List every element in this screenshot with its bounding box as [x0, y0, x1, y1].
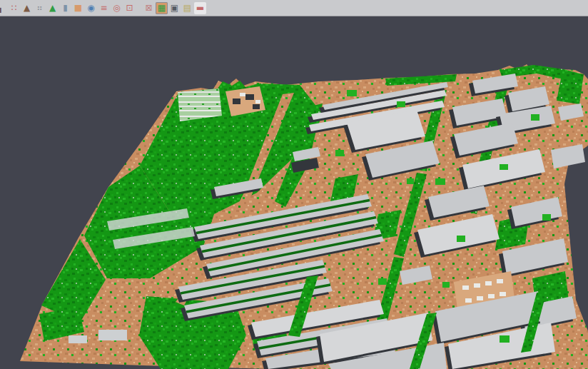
tree-dots	[335, 150, 344, 156]
tool-camera-icon[interactable]: ▣	[168, 2, 181, 14]
toolbar: ▖∷▲⠶▲▮■◉≡◎⊡⊠▦▣▤▬	[0, 0, 588, 16]
tree-dots	[435, 178, 445, 185]
tool-classification-icon[interactable]: ▦	[156, 2, 168, 14]
tool-layers-icon[interactable]: ≡	[98, 2, 110, 14]
houses-light	[240, 93, 245, 96]
viewport-3d[interactable]	[0, 16, 588, 369]
bl-white-patches	[69, 335, 87, 343]
tree-dots	[347, 90, 357, 96]
court-houses	[465, 298, 472, 303]
tool-clipped-icon[interactable]: ▖	[0, 2, 7, 14]
tool-globe-icon[interactable]: ◉	[85, 2, 97, 14]
tree-dots	[531, 114, 539, 121]
toolbar-group-separator	[136, 2, 142, 14]
tool-panel-icon[interactable]: ▮	[59, 2, 71, 14]
tool-target-icon[interactable]: ◎	[111, 2, 123, 14]
court-houses	[474, 283, 480, 288]
tool-terrain-green-icon[interactable]: ▲	[46, 2, 59, 14]
houses-light	[255, 100, 260, 103]
tool-terrain-brown-icon[interactable]: ▲	[21, 2, 33, 14]
tool-align-points-icon[interactable]: ∷	[8, 2, 20, 14]
court-houses	[497, 279, 503, 283]
scene-layers	[20, 64, 588, 369]
bl-white-patches	[98, 330, 127, 340]
court-houses	[488, 294, 495, 298]
tree-dots	[378, 278, 387, 285]
tree-dots	[500, 335, 510, 343]
houses-dark	[233, 98, 240, 104]
tree-dots	[407, 178, 414, 184]
tree-dots	[542, 214, 551, 221]
tool-point-cloud-icon[interactable]: ⠶	[34, 2, 46, 14]
court-houses	[485, 281, 492, 285]
houses-dark	[245, 94, 254, 100]
court-houses	[462, 285, 469, 290]
scene	[0, 16, 588, 369]
court-houses	[500, 292, 506, 296]
greenhouse-mottle	[178, 89, 222, 121]
court-houses	[477, 296, 483, 300]
tool-extent-icon[interactable]: ⊡	[123, 2, 136, 14]
tool-clear-grid-icon[interactable]: ⊠	[143, 2, 155, 14]
tool-notes-icon[interactable]: ▤	[181, 2, 193, 14]
toolbar-icon-strip: ▖∷▲⠶▲▮■◉≡◎⊡⊠▦▣▤▬	[0, 2, 206, 14]
houses-dark	[253, 104, 260, 109]
tree-dots	[442, 282, 450, 288]
tree-dots	[457, 236, 465, 242]
tree-dots	[500, 164, 508, 170]
tool-orthophoto-icon[interactable]: ■	[72, 2, 84, 14]
tool-flag-icon[interactable]: ▬	[194, 2, 206, 14]
tree-dots	[397, 101, 405, 107]
